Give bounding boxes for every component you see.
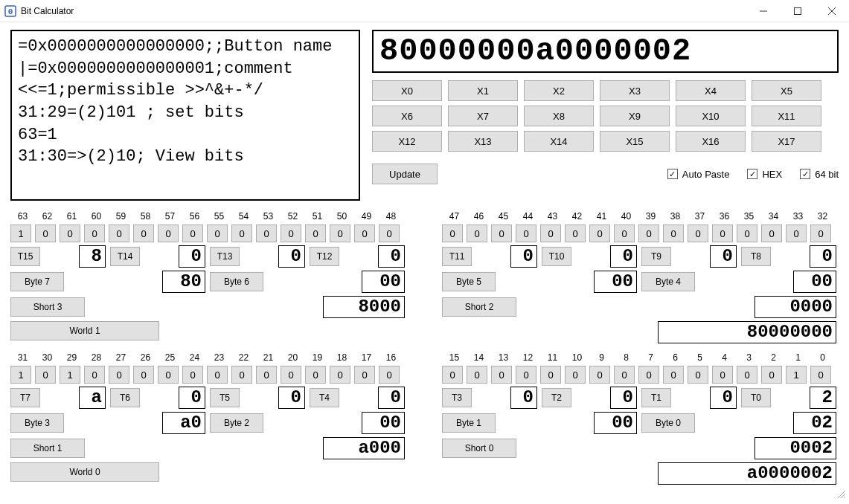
byte-button[interactable]: Byte 3 (10, 413, 64, 433)
byte-value[interactable]: 02 (793, 412, 836, 434)
bit-toggle[interactable]: 0 (256, 366, 277, 384)
nibble-value[interactable]: 0 (378, 387, 405, 409)
bit-toggle[interactable]: 0 (491, 366, 512, 384)
nibble-button[interactable]: T3 (442, 388, 472, 407)
x-button[interactable]: X16 (676, 131, 746, 152)
bit-toggle[interactable]: 0 (133, 224, 154, 242)
bit-toggle[interactable]: 0 (256, 224, 277, 242)
byte-value[interactable]: 80 (162, 271, 205, 293)
nibble-button[interactable]: T14 (110, 247, 140, 266)
bit-toggle[interactable]: 0 (133, 366, 154, 384)
bit-toggle[interactable]: 0 (589, 366, 610, 384)
byte-button[interactable]: Byte 2 (210, 413, 263, 433)
x-button[interactable]: X1 (448, 80, 518, 101)
bit-toggle[interactable]: 0 (182, 224, 203, 242)
bit-toggle[interactable]: 0 (442, 366, 463, 384)
x-button[interactable]: X17 (752, 131, 821, 152)
byte-button[interactable]: Byte 5 (442, 272, 496, 291)
bit-toggle[interactable]: 0 (330, 224, 350, 242)
byte-value[interactable]: 00 (594, 271, 637, 293)
bit-toggle[interactable]: 0 (712, 366, 733, 384)
hex-checkbox[interactable]: ✓ HEX (747, 169, 782, 180)
x-button[interactable]: X0 (372, 80, 442, 101)
x-button[interactable]: X5 (752, 80, 821, 101)
nibble-button[interactable]: T0 (741, 388, 771, 407)
bit-toggle[interactable]: 0 (761, 366, 782, 384)
byte-value[interactable]: 00 (594, 412, 637, 434)
x-button[interactable]: X4 (676, 80, 746, 101)
bit-toggle[interactable]: 0 (281, 366, 301, 384)
byte-value[interactable]: 00 (362, 412, 405, 434)
bit-toggle[interactable]: 0 (638, 366, 659, 384)
bit-toggle[interactable]: 0 (231, 366, 252, 384)
bit-toggle[interactable]: 0 (354, 224, 375, 242)
nibble-value[interactable]: 2 (810, 387, 836, 409)
short-button[interactable]: Short 1 (10, 439, 85, 458)
bit-toggle[interactable]: 0 (737, 366, 757, 384)
close-button[interactable] (815, 0, 849, 22)
x-button[interactable]: X8 (524, 106, 594, 126)
auto-paste-checkbox[interactable]: ✓ Auto Paste (667, 169, 730, 180)
world-button[interactable]: World 1 (10, 321, 159, 340)
short-button[interactable]: Short 3 (10, 297, 85, 317)
hex-display[interactable]: 80000000a0000002 (372, 30, 839, 73)
bit-toggle[interactable]: 0 (589, 224, 610, 242)
bit-toggle[interactable]: 0 (614, 224, 635, 242)
bit-toggle[interactable]: 0 (442, 224, 463, 242)
nibble-button[interactable]: T11 (442, 247, 472, 266)
bit-toggle[interactable]: 0 (565, 224, 586, 242)
x-button[interactable]: X15 (600, 131, 670, 152)
bit-toggle[interactable]: 0 (516, 366, 536, 384)
bit-toggle[interactable]: 0 (761, 224, 782, 242)
bit-toggle[interactable]: 0 (663, 224, 684, 242)
bit-toggle[interactable]: 0 (663, 366, 684, 384)
bit-toggle[interactable]: 0 (737, 224, 757, 242)
update-button[interactable]: Update (372, 164, 438, 184)
resize-grip-icon[interactable] (836, 488, 846, 501)
short-button[interactable]: Short 2 (442, 297, 516, 317)
x-button[interactable]: X10 (676, 106, 746, 126)
nibble-button[interactable]: T10 (542, 247, 571, 266)
bit-toggle[interactable]: 1 (60, 366, 80, 384)
bit-toggle[interactable]: 0 (84, 224, 105, 242)
bit-toggle[interactable]: 0 (330, 366, 350, 384)
bit-toggle[interactable]: 0 (305, 224, 326, 242)
bit-toggle[interactable]: 0 (231, 224, 252, 242)
nibble-value[interactable]: 8 (79, 245, 106, 268)
nibble-value[interactable]: a (79, 387, 106, 409)
bit-toggle[interactable]: 0 (158, 366, 179, 384)
nibble-button[interactable]: T12 (310, 247, 339, 266)
byte-button[interactable]: Byte 6 (210, 272, 263, 291)
byte-value[interactable]: 00 (793, 271, 836, 293)
bit-toggle[interactable]: 0 (354, 366, 375, 384)
bit-toggle[interactable]: 0 (35, 366, 56, 384)
nibble-value[interactable]: 0 (278, 387, 305, 409)
bit-toggle[interactable]: 0 (281, 224, 301, 242)
nibble-value[interactable]: 0 (610, 387, 637, 409)
nibble-button[interactable]: T4 (310, 388, 339, 407)
nibble-button[interactable]: T7 (10, 388, 40, 407)
short-button[interactable]: Short 0 (442, 439, 516, 458)
nibble-button[interactable]: T1 (641, 388, 671, 407)
nibble-button[interactable]: T13 (210, 247, 240, 266)
x-button[interactable]: X11 (752, 106, 821, 126)
nibble-value[interactable]: 0 (810, 245, 836, 268)
bit-toggle[interactable]: 0 (540, 366, 561, 384)
byte-button[interactable]: Byte 4 (641, 272, 695, 291)
bit-toggle[interactable]: 0 (182, 366, 203, 384)
nibble-value[interactable]: 0 (378, 245, 405, 268)
byte-button[interactable]: Byte 7 (10, 272, 64, 291)
bit-toggle[interactable]: 1 (10, 366, 31, 384)
x-button[interactable]: X13 (448, 131, 518, 152)
bit-toggle[interactable]: 0 (516, 224, 536, 242)
nibble-value[interactable]: 0 (710, 387, 737, 409)
nibble-button[interactable]: T2 (542, 388, 571, 407)
bit-toggle[interactable]: 0 (688, 224, 708, 242)
x-button[interactable]: X14 (524, 131, 594, 152)
bit-toggle[interactable]: 0 (84, 366, 105, 384)
short-value[interactable]: 8000 (323, 296, 405, 318)
nibble-button[interactable]: T6 (110, 388, 140, 407)
x-button[interactable]: X6 (372, 106, 442, 126)
world-value[interactable]: a0000002 (658, 462, 836, 485)
bit-toggle[interactable]: 0 (688, 366, 708, 384)
